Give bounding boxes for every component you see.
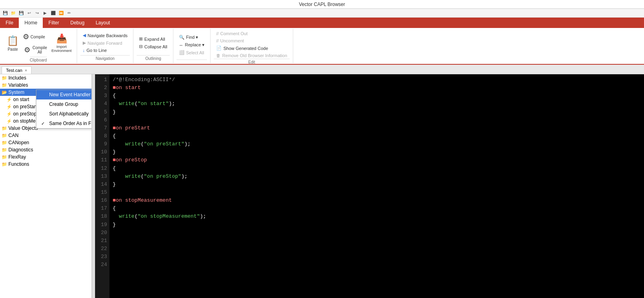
- find-button[interactable]: 🔍 Find ▾: [177, 34, 207, 41]
- find-icon: 🔍: [179, 35, 185, 40]
- compile-all-icon: ⚙: [24, 46, 30, 54]
- tree-item-functions[interactable]: 📁 Functions: [0, 161, 91, 168]
- remove-icon: 🗑: [216, 53, 221, 58]
- file-tab-testcan[interactable]: Test.can ×: [2, 66, 32, 74]
- event-icon: ⚡: [6, 119, 12, 124]
- compile-button[interactable]: ⚙ Compile: [24, 30, 44, 43]
- folder-open-icon: 📂: [2, 90, 7, 95]
- uncomment-icon: //: [216, 38, 219, 43]
- ribbon: File Home Filter Debug Layout 📋 Paste ⚙ …: [0, 18, 644, 65]
- tab-debug[interactable]: Debug: [65, 18, 90, 28]
- navigate-forward-button[interactable]: ▶ Navigate Forward: [80, 40, 130, 46]
- qa-undo[interactable]: ↩: [26, 10, 33, 17]
- tree-item-flexray[interactable]: 📁 FlexRay: [0, 153, 91, 161]
- app-title: Vector CAPL Browser: [299, 2, 345, 7]
- quick-access-toolbar: 💾 📁 💾 ↩ ↪ ▶ ⬛ ⏩ ✏: [0, 9, 644, 18]
- close-tab-button[interactable]: ×: [25, 68, 27, 73]
- outlining-group-label: Outlining: [137, 55, 169, 62]
- nav-buttons: ◀ Navigate Backwards ▶ Navigate Forward …: [80, 30, 130, 55]
- collapse-icon: ⊟: [139, 44, 143, 49]
- import-environment-button[interactable]: 📥 Import Environment: [50, 30, 74, 57]
- ribbon-tab-bar: File Home Filter Debug Layout: [0, 18, 644, 28]
- folder-icon: 📁: [2, 133, 7, 138]
- clipboard-buttons: 📋 Paste ⚙ Compile ⚙ Compile All 📥 Import: [3, 30, 74, 57]
- event-icon: ⚡: [6, 97, 12, 102]
- context-menu-item-sort-alpha[interactable]: Sort Alphabetically: [36, 109, 92, 119]
- qa-open[interactable]: 📁: [10, 10, 17, 17]
- qa-run[interactable]: ▶: [42, 10, 49, 17]
- tree-panel: 📁 Includes 📁 Variables 📂 System ⚡ on sta…: [0, 74, 92, 298]
- remove-old-browser-button[interactable]: 🗑 Remove Old Browser Information: [214, 52, 290, 59]
- find-buttons: 🔍 Find ▾ ↔ Replace ▾ ⬜ Select All: [177, 30, 207, 60]
- event-icon: ⚡: [6, 104, 12, 109]
- show-generated-code-button[interactable]: 📄 Show Generated Code: [214, 45, 290, 52]
- comment-out-icon: //: [216, 31, 219, 36]
- paste-button[interactable]: 📋 Paste: [3, 30, 22, 57]
- navigate-backwards-button[interactable]: ◀ Navigate Backwards: [80, 32, 130, 39]
- compile-buttons: ⚙ Compile ⚙ Compile All: [24, 30, 48, 56]
- tab-bar: Test.can ×: [0, 65, 644, 74]
- folder-icon: 📁: [2, 140, 7, 145]
- expand-all-button[interactable]: ⊞ Expand All: [137, 36, 169, 42]
- qa-save2[interactable]: 💾: [18, 10, 25, 17]
- title-bar: Vector CAPL Browser: [0, 0, 644, 9]
- paste-icon: 📋: [7, 35, 19, 46]
- folder-icon: 📁: [2, 155, 7, 160]
- import-icon: 📥: [56, 34, 67, 44]
- tree-item-variables[interactable]: 📁 Variables: [0, 81, 91, 89]
- folder-icon: 📁: [2, 75, 7, 81]
- main-area: 📁 Includes 📁 Variables 📂 System ⚡ on sta…: [0, 74, 644, 298]
- code-content[interactable]: /*@!Encoding:ASCII*/ ■on start { write("…: [109, 74, 644, 298]
- ribbon-group-clipboard: 📋 Paste ⚙ Compile ⚙ Compile All 📥 Import: [0, 29, 77, 63]
- ribbon-group-find: 🔍 Find ▾ ↔ Replace ▾ ⬜ Select All: [173, 29, 211, 63]
- compile-all-button[interactable]: ⚙ Compile All: [24, 44, 48, 56]
- qa-redo[interactable]: ↪: [34, 10, 41, 17]
- qa-fwd[interactable]: ⏩: [58, 10, 65, 17]
- tab-filter[interactable]: Filter: [43, 18, 65, 28]
- navigation-group-label: Navigation: [80, 55, 130, 62]
- show-code-icon: 📄: [216, 46, 222, 51]
- qa-stop[interactable]: ⬛: [50, 10, 57, 17]
- context-menu-item-create-group[interactable]: Create Group: [36, 99, 92, 109]
- find-group-label: [177, 60, 207, 62]
- nav-back-icon: ◀: [83, 33, 86, 38]
- comment-out-button[interactable]: // Comment Out: [214, 30, 290, 37]
- uncomment-button[interactable]: // Uncomment: [214, 38, 290, 44]
- tab-file[interactable]: File: [0, 18, 19, 28]
- tree-item-canopen[interactable]: 📁 CANopen: [0, 139, 91, 146]
- tree-item-can[interactable]: 📁 CAN: [0, 132, 91, 139]
- edit-group-label: Edit: [214, 59, 290, 65]
- nav-fwd-icon: ▶: [83, 40, 86, 46]
- line-numbers: 12345 678910 1112131415 1617181920 21222…: [95, 74, 109, 298]
- tree-item-diagnostics[interactable]: 📁 Diagnostics: [0, 146, 91, 153]
- panel-divider[interactable]: [92, 74, 95, 298]
- context-menu: New Event Handler ▶ on preStart on start…: [36, 89, 92, 129]
- ribbon-group-outlining: ⊞ Expand All ⊟ Collapse All Outlining: [133, 29, 173, 63]
- select-all-button[interactable]: ⬜ Select All: [177, 49, 207, 56]
- context-menu-item-new-event-handler[interactable]: New Event Handler ▶ on preStart on start…: [36, 90, 92, 99]
- folder-icon: 📁: [2, 147, 7, 153]
- edit-buttons: // Comment Out // Uncomment 📄 Show Gener…: [214, 30, 290, 59]
- ribbon-group-edit: // Comment Out // Uncomment 📄 Show Gener…: [211, 29, 293, 63]
- replace-button[interactable]: ↔ Replace ▾: [177, 42, 207, 48]
- tab-layout[interactable]: Layout: [90, 18, 115, 28]
- goto-line-button[interactable]: ↓ Go to Line: [80, 47, 130, 54]
- qa-save[interactable]: 💾: [2, 10, 9, 17]
- event-icon: ⚡: [6, 111, 12, 117]
- tab-home[interactable]: Home: [19, 18, 43, 28]
- expand-icon: ⊞: [139, 36, 143, 42]
- code-editor[interactable]: 12345 678910 1112131415 1617181920 21222…: [95, 74, 644, 298]
- select-all-icon: ⬜: [179, 50, 185, 55]
- qa-edit[interactable]: ✏: [66, 10, 73, 17]
- compile-icon: ⚙: [23, 32, 29, 41]
- clipboard-group-label: Clipboard: [30, 57, 47, 63]
- goto-icon: ↓: [83, 48, 85, 53]
- folder-icon: 📁: [2, 162, 7, 167]
- ribbon-content: 📋 Paste ⚙ Compile ⚙ Compile All 📥 Import: [0, 28, 644, 64]
- replace-icon: ↔: [179, 43, 183, 48]
- folder-icon: 📁: [2, 126, 7, 131]
- collapse-all-button[interactable]: ⊟ Collapse All: [137, 43, 169, 50]
- file-tab-name: Test.can: [6, 68, 22, 73]
- tree-item-includes[interactable]: 📁 Includes: [0, 74, 91, 81]
- context-menu-item-same-order[interactable]: ✓ Same Order As in File: [36, 119, 92, 128]
